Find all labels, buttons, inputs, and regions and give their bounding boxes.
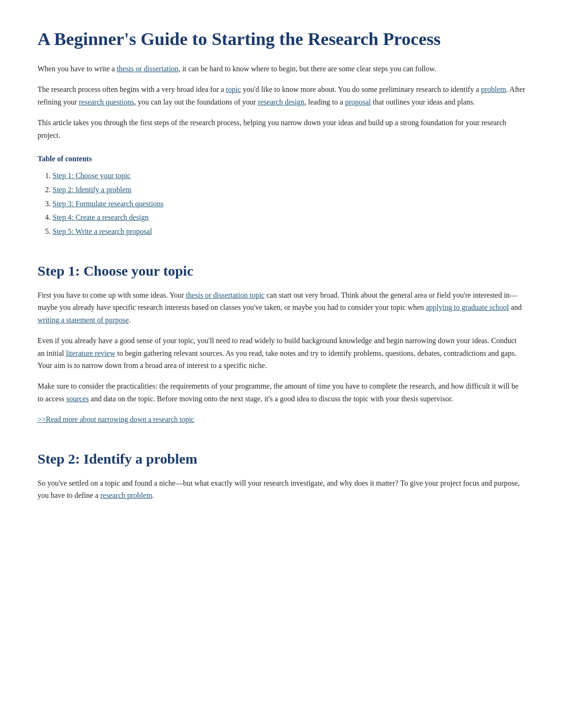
intro-para1: When you have to write a thesis or disse… [38, 63, 525, 75]
intro-para2: The research process often begins with a… [38, 83, 525, 108]
sources-link[interactable]: sources [66, 395, 89, 403]
page-title: A Beginner's Guide to Starting the Resea… [38, 28, 525, 50]
step1-heading: Step 1: Choose your topic [38, 260, 525, 283]
step1-para1-suffix: . [129, 316, 131, 324]
intro-para2-mid1: you'd like to know more about. You do so… [241, 85, 481, 93]
applying-graduate-school-link[interactable]: applying to graduate school [426, 303, 509, 311]
toc-item-3: Step 3: Formulate research questions [53, 198, 525, 210]
thesis-dissertation-link[interactable]: thesis or dissertation [117, 65, 179, 73]
proposal-link[interactable]: proposal [345, 98, 371, 106]
toc-item-2: Step 2: Identify a problem [53, 184, 525, 196]
intro-para2-suffix: that outlines your ideas and plans. [371, 98, 475, 106]
step1-para3-suffix: and data on the topic. Before moving ont… [89, 395, 453, 403]
step2-para1-suffix: . [152, 491, 154, 499]
step1-para1-mid2: and [509, 303, 522, 311]
toc-link-step1[interactable]: Step 1: Choose your topic [53, 172, 130, 180]
step2-heading: Step 2: Identify a problem [38, 448, 525, 471]
toc-link-step3[interactable]: Step 3: Formulate research questions [53, 200, 163, 208]
step2-para1: So you've settled on a topic and found a… [38, 477, 525, 502]
intro-para2-mid3: , you can lay out the foundations of you… [134, 98, 258, 106]
literature-review-link[interactable]: literature review [66, 349, 115, 357]
intro-para3: This article takes you through the first… [38, 117, 525, 142]
step1-para2: Even if you already have a good sense of… [38, 335, 525, 372]
toc-title: Table of contents [38, 153, 525, 165]
step1-read-more-link[interactable]: >>Read more about narrowing down a resea… [38, 413, 525, 425]
research-questions-link[interactable]: research questions [79, 98, 134, 106]
topic-link[interactable]: topic [226, 85, 241, 93]
table-of-contents: Table of contents Step 1: Choose your to… [38, 153, 525, 237]
research-design-link[interactable]: research design [258, 98, 304, 106]
thesis-dissertation-topic-link[interactable]: thesis or dissertation topic [186, 291, 265, 299]
intro-para2-prefix: The research process often begins with a… [38, 85, 226, 93]
toc-item-4: Step 4: Create a research design [53, 211, 525, 224]
step1-para1: First you have to come up with some idea… [38, 289, 525, 326]
toc-link-step4[interactable]: Step 4: Create a research design [53, 213, 149, 221]
step1-para3: Make sure to consider the practicalities… [38, 380, 525, 405]
research-problem-link[interactable]: research problem [100, 491, 152, 499]
toc-item-5: Step 5: Write a research proposal [53, 225, 525, 238]
toc-link-step5[interactable]: Step 5: Write a research proposal [53, 227, 152, 235]
problem-link[interactable]: problem [481, 85, 506, 93]
step1-para1-prefix: First you have to come up with some idea… [38, 291, 186, 299]
intro-para1-prefix: When you have to write a [38, 65, 117, 73]
toc-list: Step 1: Choose your topic Step 2: Identi… [38, 170, 525, 237]
toc-item-1: Step 1: Choose your topic [53, 170, 525, 182]
intro-para1-suffix: , it can be hard to know where to begin,… [178, 65, 436, 73]
statement-of-purpose-link[interactable]: writing a statement of purpose [38, 316, 129, 324]
toc-link-step2[interactable]: Step 2: Identify a problem [53, 186, 131, 194]
intro-para2-mid4: , leading to a [304, 98, 345, 106]
